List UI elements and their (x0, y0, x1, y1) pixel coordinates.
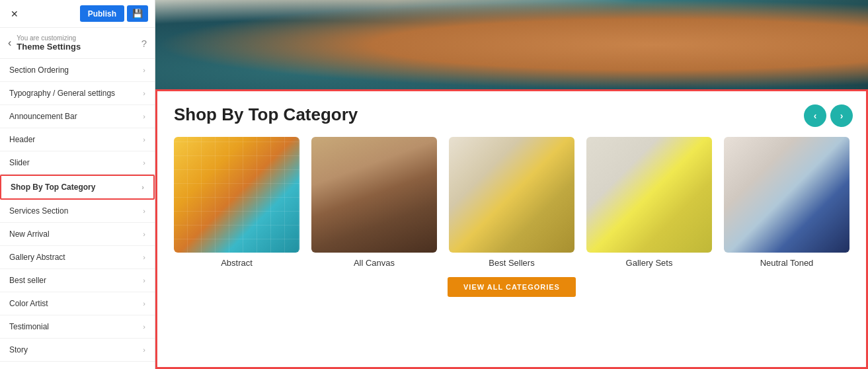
shop-section-title: Shop By Top Category (174, 104, 849, 125)
category-label-abstract: Abstract (221, 258, 253, 268)
sidebar-item-label: Story (9, 345, 28, 354)
chevron-right-icon: › (143, 136, 145, 144)
sidebar-item-new-arrival[interactable]: New Arrival › (0, 223, 155, 246)
chevron-right-icon: › (143, 66, 145, 74)
chevron-right-icon: › (143, 346, 145, 354)
sidebar-item-label: Slider (9, 158, 30, 167)
category-card-gallerysets[interactable]: Gallery Sets (586, 137, 712, 268)
sidebar-item-typography[interactable]: Typography / General settings › (0, 82, 155, 105)
customizing-label: You are customizing (17, 34, 81, 42)
category-image-allcanvas (311, 137, 437, 253)
shop-by-top-category-section: ‹ › Shop By Top Category Abstract All Ca… (155, 89, 868, 369)
main-content: ‹ › Shop By Top Category Abstract All Ca… (155, 0, 868, 369)
chevron-right-icon: › (143, 89, 145, 97)
sidebar-item-story[interactable]: Story › (0, 339, 155, 362)
topbar-left: ✕ (7, 7, 22, 20)
back-button[interactable]: ‹ (8, 37, 11, 49)
category-label-allcanvas: All Canvas (354, 258, 395, 268)
sidebar-menu: Section Ordering › Typography / General … (0, 59, 155, 369)
category-card-allcanvas[interactable]: All Canvas (311, 137, 437, 268)
chevron-right-icon: › (141, 183, 144, 191)
sidebar-item-section-ordering[interactable]: Section Ordering › (0, 59, 155, 82)
theme-settings-title: Theme Settings (17, 42, 81, 52)
category-image-bestsellers (449, 137, 574, 253)
sidebar-header: ‹ You are customizing Theme Settings ? (0, 28, 155, 59)
view-all-categories-button[interactable]: VIEW ALL CATEGORIES (448, 277, 576, 297)
category-label-neutraltoned: Neutral Toned (760, 258, 814, 268)
category-label-bestsellers: Best Sellers (489, 258, 534, 268)
categories-row: Abstract All Canvas Best Sellers Gallery… (174, 137, 849, 268)
sidebar-item-label: Gallery Abstract (9, 253, 65, 262)
sofa-image (155, 0, 868, 89)
sidebar-item-label: Section Ordering (9, 65, 69, 75)
sidebar-item-services-section[interactable]: Services Section › (0, 200, 155, 223)
category-card-neutraltoned[interactable]: Neutral Toned (724, 137, 849, 268)
category-card-abstract[interactable]: Abstract (174, 137, 299, 268)
chevron-right-icon: › (143, 276, 145, 284)
sidebar-item-header[interactable]: Header › (0, 128, 155, 151)
sidebar-item-label: Testimonial (9, 322, 49, 331)
sidebar-item-label: Typography / General settings (9, 89, 115, 98)
hero-image-strip (155, 0, 868, 89)
sidebar-topbar: ✕ Publish 💾 (0, 0, 155, 28)
category-image-gallerysets (586, 137, 712, 253)
help-icon[interactable]: ? (141, 38, 147, 49)
category-image-neutraltoned (724, 137, 849, 253)
chevron-right-icon: › (143, 253, 145, 261)
category-label-gallerysets: Gallery Sets (626, 258, 673, 268)
sidebar-item-label: Best seller (9, 276, 46, 285)
chevron-right-icon: › (143, 323, 145, 331)
chevron-right-icon: › (143, 300, 145, 308)
category-card-bestsellers[interactable]: Best Sellers (449, 137, 574, 268)
close-button[interactable]: ✕ (7, 7, 22, 20)
sidebar-item-best-seller[interactable]: Best seller › (0, 269, 155, 292)
next-arrow-button[interactable]: › (830, 104, 853, 127)
chevron-right-icon: › (143, 112, 145, 120)
sidebar-item-slider[interactable]: Slider › (0, 151, 155, 175)
chevron-right-icon: › (143, 159, 145, 167)
sidebar-item-label: Header (9, 135, 35, 144)
header-text: You are customizing Theme Settings (17, 34, 81, 52)
chevron-right-icon: › (143, 207, 145, 215)
sidebar-item-label: Shop By Top Category (11, 183, 95, 192)
prev-arrow-button[interactable]: ‹ (804, 104, 826, 127)
category-image-abstract (174, 137, 299, 253)
sidebar-item-assurance[interactable]: Assurance › (0, 362, 155, 369)
sidebar-item-announcement-bar[interactable]: Announcement Bar › (0, 105, 155, 128)
save-button[interactable]: 💾 (127, 5, 148, 22)
sidebar-item-shop-by-top-category[interactable]: Shop By Top Category › (0, 175, 155, 200)
category-nav-arrows: ‹ › (804, 104, 853, 127)
sidebar-item-testimonial[interactable]: Testimonial › (0, 315, 155, 339)
sidebar-item-label: Services Section (9, 206, 68, 216)
sidebar-item-color-artist[interactable]: Color Artist › (0, 292, 155, 315)
sidebar-item-label: Announcement Bar (9, 112, 77, 121)
sidebar: ✕ Publish 💾 ‹ You are customizing Theme … (0, 0, 155, 369)
sidebar-item-label: Color Artist (9, 299, 48, 308)
chevron-right-icon: › (143, 230, 145, 238)
sidebar-item-gallery-abstract[interactable]: Gallery Abstract › (0, 246, 155, 269)
publish-button[interactable]: Publish (80, 5, 124, 22)
sidebar-item-label: New Arrival (9, 229, 50, 239)
